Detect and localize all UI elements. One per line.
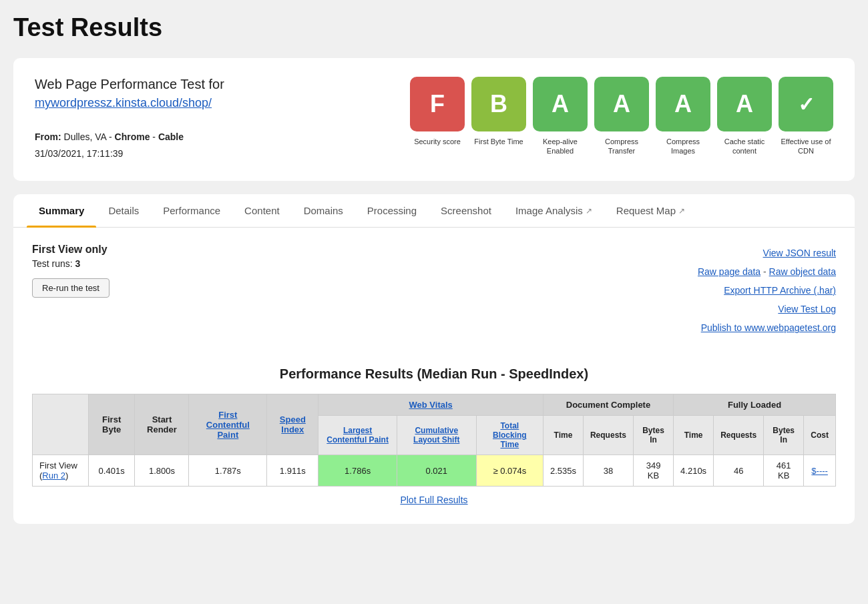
col-fcp: First Contentful Paint <box>189 394 267 455</box>
col-fl-bytes: Bytes In <box>764 416 804 455</box>
publish-link[interactable]: Publish to www.webpagetest.org <box>701 322 836 333</box>
first-view-header: First View only Test runs: 3 Re-run the … <box>32 244 836 337</box>
external-link-icon-2: ↗ <box>678 206 685 216</box>
grade-badge-keepalive: A <box>533 77 588 131</box>
lcp-link[interactable]: Largest Contentful Paint <box>327 426 389 444</box>
first-view-right: View JSON result Raw page data - Raw obj… <box>698 244 836 337</box>
from-label: From: <box>35 131 61 142</box>
from-value: Dulles, VA - Chrome - Cable <box>64 131 184 142</box>
col-dc-requests: Requests <box>583 416 633 455</box>
cell-start-render: 1.800s <box>135 455 189 487</box>
speed-index-link[interactable]: Speed Index <box>280 414 306 434</box>
cell-cls: 0.021 <box>397 455 476 487</box>
col-group-row: First Byte Start Render First Contentful… <box>33 394 836 416</box>
tbt-link[interactable]: Total Blocking Time <box>493 421 527 449</box>
cell-fl-time: 4.210s <box>674 455 714 487</box>
view-test-log-link[interactable]: View Test Log <box>778 304 836 314</box>
external-link-icon: ↗ <box>586 206 592 216</box>
perf-meta: From: Dulles, VA - Chrome - Cable 31/03/… <box>35 129 224 162</box>
results-table: First Byte Start Render First Contentful… <box>32 394 836 487</box>
badge-label-cdn: Effective use of CDN <box>779 137 833 156</box>
badge-label-compress-transfer: Compress Transfer <box>594 137 649 156</box>
badge-label-cache-static: Cache static content <box>717 137 772 156</box>
web-vitals-link[interactable]: Web Vitals <box>409 400 453 410</box>
col-tbt: Total Blocking Time <box>476 416 543 455</box>
tab-processing[interactable]: Processing <box>355 194 429 227</box>
cost-link[interactable]: $---- <box>811 466 828 476</box>
tab-summary[interactable]: Summary <box>27 194 96 227</box>
col-start-render: Start Render <box>135 394 189 455</box>
test-datetime: 31/03/2021, 17:11:39 <box>35 145 224 162</box>
grades-container: F B A A A A ✓ Security score First Byte … <box>410 77 833 156</box>
tab-request-map[interactable]: Request Map ↗ <box>604 194 697 227</box>
cell-fl-bytes: 461 KB <box>764 455 804 487</box>
badge-label-keepalive: Keep-alive Enabled <box>533 137 588 156</box>
tab-content[interactable]: Content <box>232 194 292 227</box>
badge-label-security: Security score <box>410 137 465 156</box>
perf-info-left: Web Page Performance Test for mywordpres… <box>35 77 224 162</box>
grade-badge-compress-images: A <box>656 77 710 131</box>
badge-label-compress-images: Compress Images <box>656 137 710 156</box>
tab-content-summary: First View only Test runs: 3 Re-run the … <box>13 228 855 353</box>
tab-image-analysis[interactable]: Image Analysis ↗ <box>503 194 604 227</box>
plot-full-results-link[interactable]: Plot Full Results <box>400 495 467 505</box>
perf-results-title: Performance Results (Median Run - SpeedI… <box>32 366 836 382</box>
link-separator: - <box>763 266 769 277</box>
raw-page-link[interactable]: Raw page data <box>698 266 761 277</box>
fcp-link[interactable]: First Contentful Paint <box>206 410 250 440</box>
grade-badge-first-byte: B <box>471 77 526 131</box>
tabs-card: Summary Details Performance Content Doma… <box>13 194 855 524</box>
grade-badge-cache-static: A <box>717 77 772 131</box>
col-web-vitals: Web Vitals <box>318 394 543 416</box>
cell-speed-index: 1.911s <box>267 455 318 487</box>
col-speed-index: Speed Index <box>267 394 318 455</box>
export-har-link[interactable]: Export HTTP Archive (.har) <box>724 285 836 296</box>
perf-results-section: Performance Results (Median Run - SpeedI… <box>13 353 855 524</box>
col-empty <box>33 394 89 455</box>
col-fully-loaded: Fully Loaded <box>674 394 836 416</box>
cell-dc-bytes: 349 KB <box>633 455 673 487</box>
cell-lcp: 1.786s <box>318 455 397 487</box>
row-label: First View (Run 2) <box>33 455 89 487</box>
tab-details[interactable]: Details <box>96 194 151 227</box>
tab-performance[interactable]: Performance <box>151 194 232 227</box>
badges-row: F B A A A A ✓ <box>410 77 833 131</box>
grade-badge-cdn: ✓ <box>779 77 833 131</box>
col-dc-time: Time <box>543 416 583 455</box>
badge-label-first-byte: First Byte Time <box>471 137 526 156</box>
view-json-link[interactable]: View JSON result <box>763 248 836 258</box>
table-row: First View (Run 2) 0.401s 1.800s 1.787s … <box>33 455 836 487</box>
cell-fl-requests: 46 <box>714 455 764 487</box>
rerun-button[interactable]: Re-run the test <box>32 278 110 298</box>
first-view-left: First View only Test runs: 3 Re-run the … <box>32 244 110 298</box>
perf-info-card: Web Page Performance Test for mywordpres… <box>13 58 855 181</box>
page-title: Test Results <box>13 13 855 42</box>
cell-fcp: 1.787s <box>189 455 267 487</box>
col-first-byte: First Byte <box>88 394 135 455</box>
tab-screenshot[interactable]: Screenshot <box>429 194 503 227</box>
col-lcp: Largest Contentful Paint <box>318 416 397 455</box>
plot-link-container: Plot Full Results <box>32 495 836 505</box>
grade-badge-compress-transfer: A <box>594 77 649 131</box>
cell-dc-time: 2.535s <box>543 455 583 487</box>
col-cls: Cumulative Layout Shift <box>397 416 476 455</box>
badge-labels-row: Security score First Byte Time Keep-aliv… <box>410 137 833 156</box>
test-runs: Test runs: 3 <box>32 258 110 269</box>
first-view-label: First View only <box>32 244 110 256</box>
tabs-nav: Summary Details Performance Content Doma… <box>13 194 855 228</box>
test-url-link[interactable]: mywordpressz.kinsta.cloud/shop/ <box>35 96 212 109</box>
cell-dc-requests: 38 <box>583 455 633 487</box>
tab-domains[interactable]: Domains <box>292 194 355 227</box>
col-fl-time: Time <box>674 416 714 455</box>
perf-heading: Web Page Performance Test for <box>35 77 224 92</box>
raw-object-link[interactable]: Raw object data <box>769 266 836 277</box>
col-doc-complete: Document Complete <box>543 394 673 416</box>
col-fl-requests: Requests <box>714 416 764 455</box>
col-dc-bytes: Bytes In <box>633 416 673 455</box>
grade-badge-security: F <box>410 77 465 131</box>
run-link[interactable]: Run 2 <box>42 471 65 481</box>
cell-first-byte: 0.401s <box>88 455 135 487</box>
cell-tbt: ≥ 0.074s <box>476 455 543 487</box>
cls-link[interactable]: Cumulative Layout Shift <box>413 426 459 444</box>
cell-cost: $---- <box>804 455 836 487</box>
